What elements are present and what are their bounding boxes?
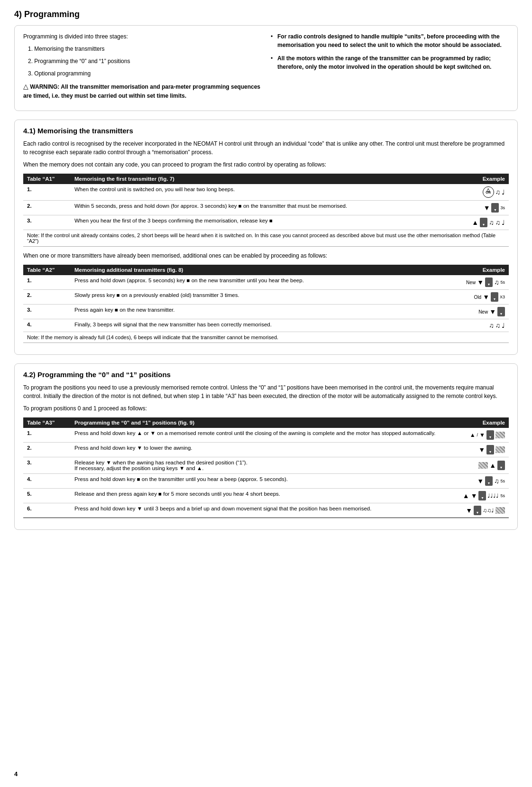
section-41: 4.1) Memorising the transmitters Each ra… xyxy=(14,120,518,355)
table-row: 4. Press and hold down key ■ on the tran… xyxy=(23,474,509,489)
table-a2-col3: Example xyxy=(447,265,509,275)
row-num: 3. xyxy=(23,305,71,319)
table-row: 1. Press and hold down key ▲ or ▼ on a m… xyxy=(23,428,509,443)
section-42-para2: To program positions 0 and 1 proceed as … xyxy=(23,404,509,413)
table-row: 1. Press and hold down (approx. 5 second… xyxy=(23,275,509,290)
page-title: 4) Programming xyxy=(14,9,518,19)
bullet-1: For radio controls designed to handle mu… xyxy=(271,32,509,49)
table-a3-col2: Programming the “0” and “1” positions (f… xyxy=(71,417,447,428)
row-text: Press and hold down key ▼ to lower the a… xyxy=(71,443,447,457)
row-num: 1. xyxy=(23,428,71,443)
table-row: 3. Release key ▼ when the awning has rea… xyxy=(23,457,509,474)
row-text: Within 5 seconds, press and hold down (f… xyxy=(71,201,447,215)
row-text: When you hear the first of the 3 beeps c… xyxy=(71,215,447,230)
row-text: Press and hold down (approx. 5 seconds) … xyxy=(71,275,447,290)
row-text: Press and hold down key ▼ until 3 beeps … xyxy=(71,503,447,518)
stage-1: 1. Memorising the transmitters xyxy=(23,45,261,53)
intro-left: Programming is divided into three stages… xyxy=(23,32,261,104)
row-example: ▲ ▼ ♩♩♩♩ 5s xyxy=(447,489,509,503)
row-example: New ▼ ♫ 5s xyxy=(447,275,509,290)
table-a1-note: Note: If the control unit already contai… xyxy=(23,230,509,247)
stage-2: 2. Programming the “0” and “1” positions xyxy=(23,57,261,65)
page-number: 4 xyxy=(14,770,18,778)
table-row: 4. Finally, 3 beeps will signal that the… xyxy=(23,319,509,332)
bullet-list: For radio controls designed to handle mu… xyxy=(271,32,509,71)
row-text: Press and hold down key ▲ or ▼ on a memo… xyxy=(71,428,447,443)
row-example: ▼ ♫♫♩ xyxy=(447,503,509,518)
row-example: ▼ 3s xyxy=(447,201,509,215)
row-text: Press and hold down key ■ on the transmi… xyxy=(71,474,447,489)
section-41-para2: When the memory does not contain any cod… xyxy=(23,160,509,169)
table-row: 2. Press and hold down key ▼ to lower th… xyxy=(23,443,509,457)
row-num: 1. xyxy=(23,184,71,201)
section-41-title: 4.1) Memorising the transmitters xyxy=(23,127,509,135)
row-example: New ▼ xyxy=(447,305,509,319)
section-42-title: 4.2) Programming the “0” and “1” positio… xyxy=(23,370,509,379)
table-a1-col1: Table “A1” xyxy=(23,174,71,184)
table-row: 1. When the control unit is switched on,… xyxy=(23,184,509,201)
table-a1-col2: Memorising the first transmitter (fig. 7… xyxy=(71,174,447,184)
table-a2-col1: Table “A2” xyxy=(23,265,71,275)
note-text: Note: If the control unit already contai… xyxy=(23,230,509,247)
stage-3: 3. Optional programming xyxy=(23,69,261,78)
table-a3-col3: Example xyxy=(447,417,509,428)
row-num: 4. xyxy=(23,319,71,332)
row-example: ▼ ♫ 5s xyxy=(447,474,509,489)
row-text: Release and then press again key ■ for 5… xyxy=(71,489,447,503)
table-a1-col3: Example xyxy=(447,174,509,184)
row-num: 2. xyxy=(23,201,71,215)
table-row: 3. When you hear the first of the 3 beep… xyxy=(23,215,509,230)
row-num: 3. xyxy=(23,457,71,474)
row-example: ▲ / ▼ xyxy=(447,428,509,443)
table-row: 2. Within 5 seconds, press and hold down… xyxy=(23,201,509,215)
bullet-2: All the motors within the range of the t… xyxy=(271,54,509,71)
row-num: 3. xyxy=(23,215,71,230)
table-row: 2. Slowly press key ■ on a previously en… xyxy=(23,290,509,305)
table-a2-col2: Memorising additional transmitters (fig.… xyxy=(71,265,447,275)
row-num: 6. xyxy=(23,503,71,518)
section-41-para3: When one or more transmitters have alrea… xyxy=(23,251,509,260)
row-num: 4. xyxy=(23,474,71,489)
row-text: Slowly press key ■ on a previously enabl… xyxy=(71,290,447,305)
note-text: Note: If the memory is already full (14 … xyxy=(23,332,509,343)
row-example: Old ▼ X3 xyxy=(447,290,509,305)
row-text: Finally, 3 beeps will signal that the ne… xyxy=(71,319,447,332)
warning-text: △ WARNING: All the transmitter memorisat… xyxy=(23,82,261,100)
stages-intro: Programming is divided into three stages… xyxy=(23,32,261,41)
row-example: ▲ ♫ ♫ ♩ xyxy=(447,215,509,230)
section-42: 4.2) Programming the “0” and “1” positio… xyxy=(14,363,518,530)
row-text: Press again key ■ on the new transmitter… xyxy=(71,305,447,319)
row-example: ♫ ♫ ♩ xyxy=(447,319,509,332)
row-num: 2. xyxy=(23,290,71,305)
row-num: 2. xyxy=(23,443,71,457)
row-example: △ ON ♫ ♩ xyxy=(447,184,509,201)
table-a2-note: Note: If the memory is already full (14 … xyxy=(23,332,509,343)
row-num: 1. xyxy=(23,275,71,290)
section-41-para1: Each radio control is recognised by the … xyxy=(23,139,509,157)
intro-box: Programming is divided into three stages… xyxy=(14,25,518,111)
table-a2: Table “A2” Memorising additional transmi… xyxy=(23,265,509,343)
table-row: 5. Release and then press again key ■ fo… xyxy=(23,489,509,503)
row-example: ▼ xyxy=(447,443,509,457)
row-example: ▲ xyxy=(447,457,509,474)
table-a3: Table “A3” Programming the “0” and “1” p… xyxy=(23,417,509,518)
intro-right: For radio controls designed to handle mu… xyxy=(271,32,509,104)
row-num: 5. xyxy=(23,489,71,503)
table-row: 6. Press and hold down key ▼ until 3 bee… xyxy=(23,503,509,518)
table-a1: Table “A1” Memorising the first transmit… xyxy=(23,174,509,247)
row-text: When the control unit is switched on, yo… xyxy=(71,184,447,201)
table-row: 3. Press again key ■ on the new transmit… xyxy=(23,305,509,319)
row-text: Release key ▼ when the awning has reache… xyxy=(71,457,447,474)
table-a3-col1: Table “A3” xyxy=(23,417,71,428)
section-42-para1: To program the positions you need to use… xyxy=(23,383,509,400)
